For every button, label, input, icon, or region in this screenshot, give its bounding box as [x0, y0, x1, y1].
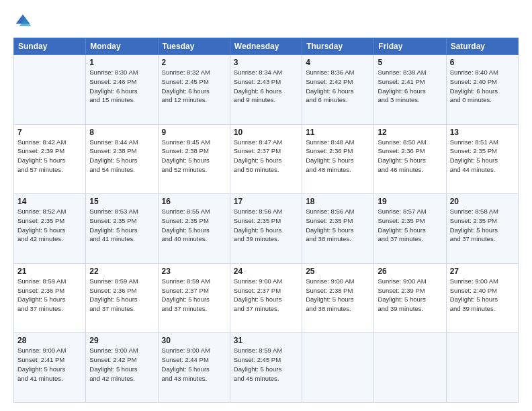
day-info: Sunrise: 8:42 AM Sunset: 2:39 PM Dayligh…: [17, 138, 82, 175]
day-number: 5: [378, 58, 442, 67]
day-number: 25: [306, 267, 370, 276]
day-cell: 19Sunrise: 8:57 AM Sunset: 2:35 PM Dayli…: [374, 194, 446, 264]
day-info: Sunrise: 8:58 AM Sunset: 2:35 PM Dayligh…: [450, 207, 515, 244]
day-number: 18: [306, 197, 370, 206]
day-cell: 3Sunrise: 8:34 AM Sunset: 2:43 PM Daylig…: [230, 55, 302, 125]
day-number: 24: [234, 267, 298, 276]
week-row-5: 28Sunrise: 9:00 AM Sunset: 2:41 PM Dayli…: [14, 333, 519, 403]
day-info: Sunrise: 9:00 AM Sunset: 2:37 PM Dayligh…: [234, 277, 298, 314]
day-cell: 18Sunrise: 8:56 AM Sunset: 2:35 PM Dayli…: [302, 194, 374, 264]
day-cell: 13Sunrise: 8:51 AM Sunset: 2:35 PM Dayli…: [446, 124, 518, 194]
day-info: Sunrise: 9:00 AM Sunset: 2:39 PM Dayligh…: [378, 277, 442, 314]
day-info: Sunrise: 8:51 AM Sunset: 2:35 PM Dayligh…: [450, 138, 515, 175]
day-number: 7: [17, 128, 82, 137]
day-cell: 25Sunrise: 9:00 AM Sunset: 2:38 PM Dayli…: [302, 263, 374, 333]
day-cell: 4Sunrise: 8:36 AM Sunset: 2:42 PM Daylig…: [302, 55, 374, 125]
day-cell: 15Sunrise: 8:53 AM Sunset: 2:35 PM Dayli…: [86, 194, 158, 264]
day-number: 29: [89, 336, 154, 345]
day-number: 2: [162, 58, 226, 67]
day-cell: 2Sunrise: 8:32 AM Sunset: 2:45 PM Daylig…: [158, 55, 230, 125]
day-cell: 8Sunrise: 8:44 AM Sunset: 2:38 PM Daylig…: [86, 124, 158, 194]
day-info: Sunrise: 8:38 AM Sunset: 2:41 PM Dayligh…: [378, 68, 442, 105]
day-number: 28: [17, 336, 82, 345]
day-number: 20: [450, 197, 515, 206]
day-info: Sunrise: 8:40 AM Sunset: 2:40 PM Dayligh…: [450, 68, 515, 105]
day-info: Sunrise: 8:45 AM Sunset: 2:38 PM Dayligh…: [162, 138, 226, 175]
day-number: 31: [234, 336, 298, 345]
day-cell: 23Sunrise: 8:59 AM Sunset: 2:37 PM Dayli…: [158, 263, 230, 333]
day-info: Sunrise: 8:56 AM Sunset: 2:35 PM Dayligh…: [306, 207, 370, 244]
header: [13, 12, 519, 31]
day-info: Sunrise: 8:47 AM Sunset: 2:37 PM Dayligh…: [234, 138, 298, 175]
day-number: 19: [378, 197, 442, 206]
logo-icon: [13, 12, 32, 31]
day-cell: 30Sunrise: 9:00 AM Sunset: 2:44 PM Dayli…: [158, 333, 230, 403]
logo: [13, 12, 35, 31]
day-cell: 1Sunrise: 8:30 AM Sunset: 2:46 PM Daylig…: [86, 55, 158, 125]
day-info: Sunrise: 8:59 AM Sunset: 2:36 PM Dayligh…: [17, 277, 82, 314]
day-info: Sunrise: 8:30 AM Sunset: 2:46 PM Dayligh…: [89, 68, 154, 105]
day-cell: 5Sunrise: 8:38 AM Sunset: 2:41 PM Daylig…: [374, 55, 446, 125]
day-info: Sunrise: 9:00 AM Sunset: 2:40 PM Dayligh…: [450, 277, 515, 314]
day-cell: [374, 333, 446, 403]
day-number: 8: [89, 128, 154, 137]
page: SundayMondayTuesdayWednesdayThursdayFrid…: [0, 0, 532, 411]
day-cell: 7Sunrise: 8:42 AM Sunset: 2:39 PM Daylig…: [14, 124, 86, 194]
day-cell: 26Sunrise: 9:00 AM Sunset: 2:39 PM Dayli…: [374, 263, 446, 333]
day-number: 21: [17, 267, 82, 276]
day-info: Sunrise: 8:56 AM Sunset: 2:35 PM Dayligh…: [234, 207, 298, 244]
day-number: 14: [17, 197, 82, 206]
day-info: Sunrise: 8:36 AM Sunset: 2:42 PM Dayligh…: [306, 68, 370, 105]
day-info: Sunrise: 8:34 AM Sunset: 2:43 PM Dayligh…: [234, 68, 298, 105]
calendar-table: SundayMondayTuesdayWednesdayThursdayFrid…: [13, 38, 519, 403]
day-cell: 11Sunrise: 8:48 AM Sunset: 2:36 PM Dayli…: [302, 124, 374, 194]
day-number: 11: [306, 128, 370, 137]
day-cell: 21Sunrise: 8:59 AM Sunset: 2:36 PM Dayli…: [14, 263, 86, 333]
day-number: 27: [450, 267, 515, 276]
week-row-1: 1Sunrise: 8:30 AM Sunset: 2:46 PM Daylig…: [14, 55, 519, 125]
day-number: 13: [450, 128, 515, 137]
week-row-4: 21Sunrise: 8:59 AM Sunset: 2:36 PM Dayli…: [14, 263, 519, 333]
day-cell: 31Sunrise: 8:59 AM Sunset: 2:45 PM Dayli…: [230, 333, 302, 403]
day-number: 22: [89, 267, 154, 276]
day-cell: 28Sunrise: 9:00 AM Sunset: 2:41 PM Dayli…: [14, 333, 86, 403]
day-header-sunday: Sunday: [14, 38, 86, 55]
day-number: 3: [234, 58, 298, 67]
day-info: Sunrise: 8:50 AM Sunset: 2:36 PM Dayligh…: [378, 138, 442, 175]
day-info: Sunrise: 8:57 AM Sunset: 2:35 PM Dayligh…: [378, 207, 442, 244]
day-cell: 10Sunrise: 8:47 AM Sunset: 2:37 PM Dayli…: [230, 124, 302, 194]
day-info: Sunrise: 9:00 AM Sunset: 2:44 PM Dayligh…: [162, 346, 226, 383]
day-info: Sunrise: 9:00 AM Sunset: 2:42 PM Dayligh…: [89, 346, 154, 383]
day-info: Sunrise: 8:53 AM Sunset: 2:35 PM Dayligh…: [89, 207, 154, 244]
day-info: Sunrise: 8:59 AM Sunset: 2:37 PM Dayligh…: [162, 277, 226, 314]
day-info: Sunrise: 8:55 AM Sunset: 2:35 PM Dayligh…: [162, 207, 226, 244]
day-info: Sunrise: 8:32 AM Sunset: 2:45 PM Dayligh…: [162, 68, 226, 105]
day-header-tuesday: Tuesday: [158, 38, 230, 55]
day-cell: 9Sunrise: 8:45 AM Sunset: 2:38 PM Daylig…: [158, 124, 230, 194]
day-cell: 6Sunrise: 8:40 AM Sunset: 2:40 PM Daylig…: [446, 55, 518, 125]
day-cell: [446, 333, 518, 403]
day-number: 26: [378, 267, 442, 276]
day-info: Sunrise: 8:48 AM Sunset: 2:36 PM Dayligh…: [306, 138, 370, 175]
day-cell: 14Sunrise: 8:52 AM Sunset: 2:35 PM Dayli…: [14, 194, 86, 264]
day-cell: 12Sunrise: 8:50 AM Sunset: 2:36 PM Dayli…: [374, 124, 446, 194]
day-header-row: SundayMondayTuesdayWednesdayThursdayFrid…: [14, 38, 519, 55]
day-number: 6: [450, 58, 515, 67]
day-cell: [14, 55, 86, 125]
day-number: 23: [162, 267, 226, 276]
day-number: 9: [162, 128, 226, 137]
day-number: 10: [234, 128, 298, 137]
day-info: Sunrise: 8:44 AM Sunset: 2:38 PM Dayligh…: [89, 138, 154, 175]
day-info: Sunrise: 8:52 AM Sunset: 2:35 PM Dayligh…: [17, 207, 82, 244]
day-header-monday: Monday: [86, 38, 158, 55]
day-header-friday: Friday: [374, 38, 446, 55]
day-number: 17: [234, 197, 298, 206]
day-cell: 22Sunrise: 8:59 AM Sunset: 2:36 PM Dayli…: [86, 263, 158, 333]
day-info: Sunrise: 8:59 AM Sunset: 2:36 PM Dayligh…: [89, 277, 154, 314]
day-info: Sunrise: 9:00 AM Sunset: 2:41 PM Dayligh…: [17, 346, 82, 383]
day-cell: 16Sunrise: 8:55 AM Sunset: 2:35 PM Dayli…: [158, 194, 230, 264]
day-cell: 24Sunrise: 9:00 AM Sunset: 2:37 PM Dayli…: [230, 263, 302, 333]
day-cell: 17Sunrise: 8:56 AM Sunset: 2:35 PM Dayli…: [230, 194, 302, 264]
week-row-2: 7Sunrise: 8:42 AM Sunset: 2:39 PM Daylig…: [14, 124, 519, 194]
day-header-saturday: Saturday: [446, 38, 518, 55]
